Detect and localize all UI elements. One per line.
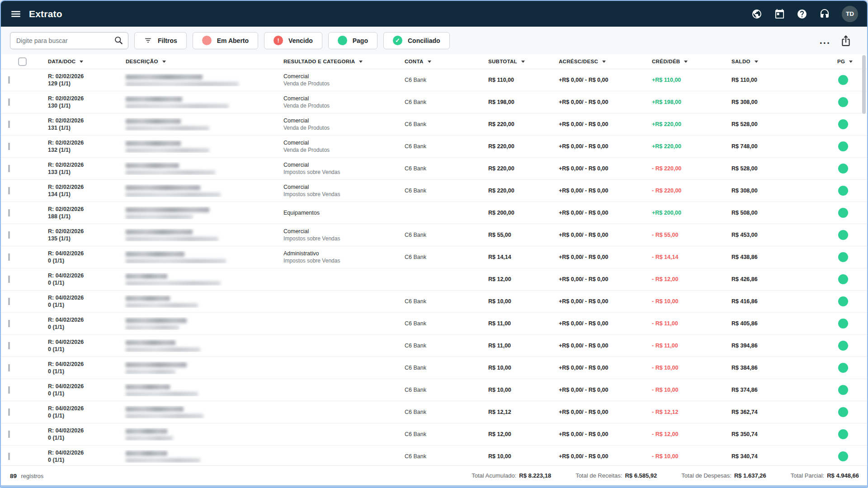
sort-icon[interactable] — [359, 61, 363, 63]
paid-indicator-dot[interactable] — [838, 97, 848, 107]
table-row[interactable]: R: 02/02/2026 133 (1/1) Comercial Impost… — [1, 158, 867, 180]
redacted-text — [126, 385, 170, 389]
menu-icon[interactable] — [10, 8, 22, 20]
row-checkbox[interactable] — [8, 364, 10, 371]
sort-icon[interactable] — [755, 61, 758, 63]
table-row[interactable]: R: 02/02/2026 129 (1/1) Comercial Venda … — [1, 69, 867, 91]
paid-indicator-dot[interactable] — [838, 274, 848, 284]
row-checkbox[interactable] — [8, 342, 10, 349]
table-row[interactable]: R: 04/02/2026 0 (1/1) C6 Bank R$ 11,00 +… — [1, 335, 867, 357]
row-checkbox[interactable] — [8, 143, 10, 150]
cell-resultado-categoria: Comercial Impostos sobre Vendas — [276, 228, 397, 242]
paid-indicator-dot[interactable] — [838, 451, 848, 461]
globe-icon[interactable] — [751, 9, 762, 19]
table-row[interactable]: R: 04/02/2026 0 (1/1) C6 Bank R$ 10,00 +… — [1, 379, 867, 401]
calendar-icon[interactable] — [774, 9, 785, 19]
table-row[interactable]: R: 04/02/2026 0 (1/1) Administrativo Imp… — [1, 246, 867, 268]
search-icon[interactable] — [114, 36, 123, 45]
total-acumulado: Total Acumulado:R$ 8.223,18 — [472, 472, 551, 479]
sort-icon[interactable] — [162, 61, 166, 63]
paid-indicator-dot[interactable] — [838, 141, 848, 151]
table-row[interactable]: R: 04/02/2026 0 (1/1) C6 Bank R$ 10,00 +… — [1, 291, 867, 313]
select-all-checkbox[interactable] — [18, 57, 27, 66]
row-checkbox[interactable] — [8, 231, 10, 239]
sort-icon[interactable] — [602, 61, 606, 63]
paid-indicator-dot[interactable] — [838, 363, 848, 373]
cell-conta: C6 Bank — [397, 253, 481, 261]
row-checkbox[interactable] — [8, 453, 10, 460]
table-row[interactable]: R: 02/02/2026 132 (1/1) Comercial Venda … — [1, 136, 867, 158]
table-row[interactable]: R: 04/02/2026 0 (1/1) C6 Bank R$ 12,12 +… — [1, 401, 867, 423]
paid-indicator-dot[interactable] — [838, 230, 848, 240]
row-checkbox[interactable] — [8, 165, 10, 172]
row-checkbox[interactable] — [8, 431, 10, 438]
paid-indicator-dot[interactable] — [838, 186, 848, 196]
paid-indicator-dot[interactable] — [838, 319, 848, 328]
cell-acresc-desc: +R$ 0,00/ - R$ 0,00 — [552, 99, 645, 106]
row-checkbox[interactable] — [8, 276, 10, 283]
table-row[interactable]: R: 02/02/2026 130 (1/1) Comercial Venda … — [1, 91, 867, 113]
redacted-text — [126, 259, 226, 263]
cell-pg — [830, 363, 867, 373]
cell-cred-deb: - R$ 11,00 — [645, 320, 724, 327]
redacted-text — [126, 141, 181, 146]
cell-pg — [830, 385, 867, 395]
row-checkbox[interactable] — [8, 320, 10, 327]
paid-indicator-dot[interactable] — [838, 429, 848, 439]
paid-indicator-dot[interactable] — [838, 164, 848, 174]
paid-indicator-dot[interactable] — [838, 75, 848, 85]
paid-indicator-dot[interactable] — [838, 119, 848, 129]
table-row[interactable]: R: 04/02/2026 0 (1/1) C6 Bank R$ 11,00 +… — [1, 313, 867, 335]
user-avatar[interactable]: TD — [842, 6, 858, 22]
paid-indicator-dot[interactable] — [838, 208, 848, 218]
cell-conta: C6 Bank — [397, 165, 481, 172]
table-row[interactable]: R: 02/02/2026 135 (1/1) Comercial Impost… — [1, 224, 867, 246]
table-row[interactable]: R: 02/02/2026 131 (1/1) Comercial Venda … — [1, 113, 867, 136]
paid-indicator-dot[interactable] — [838, 252, 848, 262]
row-checkbox[interactable] — [8, 386, 10, 394]
cell-saldo: R$ 308,00 — [724, 187, 830, 194]
horizontal-scrollbar[interactable] — [1, 485, 867, 487]
row-checkbox[interactable] — [8, 187, 10, 194]
headset-icon[interactable] — [819, 9, 830, 19]
paid-indicator-dot[interactable] — [838, 296, 848, 306]
redacted-text — [126, 215, 193, 219]
cell-acresc-desc: +R$ 0,00/ - R$ 0,00 — [552, 121, 645, 128]
filter-vencido-button[interactable]: ! Vencido — [264, 32, 322, 49]
row-checkbox[interactable] — [8, 408, 10, 416]
table-row[interactable]: R: 04/02/2026 0 (1/1) C6 Bank R$ 10,00 +… — [1, 446, 867, 468]
row-checkbox[interactable] — [8, 99, 10, 106]
sort-icon[interactable] — [849, 61, 853, 63]
table-row[interactable]: R: 02/02/2026 188 (1/1) Equipamentos R$ … — [1, 202, 867, 224]
table-row[interactable]: R: 02/02/2026 134 (1/1) Comercial Impost… — [1, 180, 867, 202]
filters-button[interactable]: Filtros — [134, 32, 187, 49]
search-input[interactable] — [10, 32, 128, 49]
paid-indicator-dot[interactable] — [838, 341, 848, 351]
sort-icon[interactable] — [80, 61, 83, 63]
table-header: DATA/DOC DESCRIÇÃO RESULTADO E CATEGORIA… — [1, 54, 867, 69]
more-options-icon[interactable]: ... — [816, 38, 834, 43]
table-row[interactable]: R: 04/02/2026 0 (1/1) C6 Bank R$ 10,00 +… — [1, 357, 867, 379]
row-checkbox[interactable] — [8, 76, 10, 84]
filter-em-aberto-button[interactable]: Em Aberto — [193, 32, 258, 49]
row-checkbox[interactable] — [8, 121, 10, 128]
paid-indicator-dot[interactable] — [838, 407, 848, 417]
filter-conciliado-button[interactable]: ✓ Conciliado — [383, 32, 450, 49]
cell-pg — [830, 429, 867, 439]
help-icon[interactable] — [797, 9, 807, 19]
sort-icon[interactable] — [521, 61, 525, 63]
paid-indicator-dot[interactable] — [838, 385, 848, 395]
table-row[interactable]: R: 04/02/2026 0 (1/1) C6 Bank R$ 12,00 +… — [1, 423, 867, 446]
sort-icon[interactable] — [684, 61, 688, 63]
cell-conta: C6 Bank — [397, 76, 481, 84]
row-checkbox[interactable] — [8, 209, 10, 216]
export-icon[interactable] — [840, 35, 852, 47]
row-checkbox[interactable] — [8, 253, 10, 261]
cell-descricao — [118, 384, 276, 396]
vertical-scrollbar[interactable] — [862, 55, 866, 114]
filter-pago-button[interactable]: Pago — [328, 32, 377, 49]
cell-data-doc: R: 02/02/2026 134 (1/1) — [41, 183, 118, 198]
row-checkbox[interactable] — [8, 298, 10, 305]
sort-icon[interactable] — [428, 61, 431, 63]
table-row[interactable]: R: 04/02/2026 0 (1/1) R$ 12,00 +R$ 0,00/… — [1, 268, 867, 291]
